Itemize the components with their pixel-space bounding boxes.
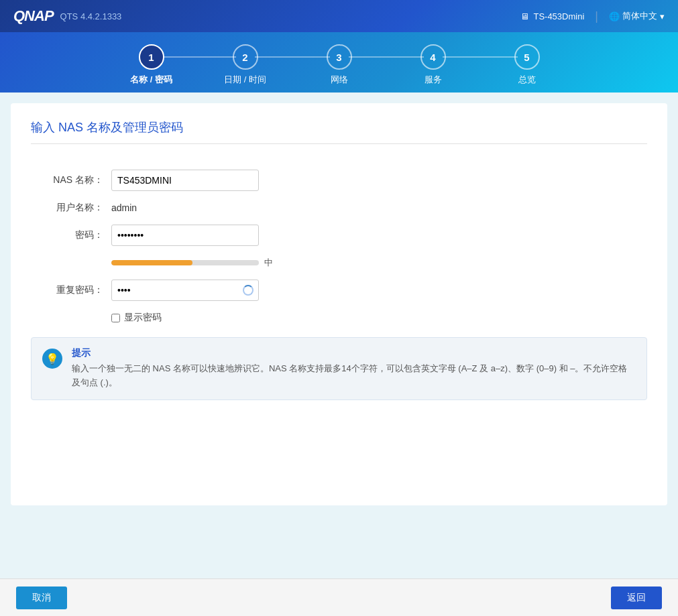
header: QNAP QTS 4.4.2.1333 🖥 TS-453Dmini | 🌐 简体… xyxy=(0,0,678,32)
step-1[interactable]: 1 名称 / 密码 xyxy=(105,44,199,86)
main-content: 输入 NAS 名称及管理员密码 NAS 名称： 用户名称： admin 密码： … xyxy=(11,103,667,505)
step-1-circle: 1 xyxy=(139,44,164,70)
step-2-circle: 2 xyxy=(233,44,258,70)
step-5-label: 总览 xyxy=(518,74,536,86)
step-5[interactable]: 5 总览 xyxy=(480,44,574,86)
username-label: 用户名称： xyxy=(31,202,111,214)
device-name-text: TS-453Dmini xyxy=(533,11,584,21)
step-1-label: 名称 / 密码 xyxy=(130,74,172,86)
cancel-button[interactable]: 取消 xyxy=(16,587,67,609)
qnap-logo: QNAP xyxy=(13,7,54,25)
step-3[interactable]: 3 网络 xyxy=(292,44,386,86)
qts-version: QTS 4.4.2.1333 xyxy=(60,11,122,21)
stepper-bar: 1 名称 / 密码 2 日期 / 时间 3 网络 4 服务 5 总览 xyxy=(0,32,678,93)
tip-title: 提示 xyxy=(72,347,636,359)
password-label: 密码： xyxy=(31,229,111,241)
username-value: admin xyxy=(111,202,137,213)
device-name: 🖥 TS-453Dmini xyxy=(520,11,584,21)
password-row: 密码： xyxy=(31,225,647,246)
step-4-circle: 4 xyxy=(420,44,446,70)
confirm-password-label: 重复密码： xyxy=(31,284,111,296)
chevron-down-icon: ▾ xyxy=(660,11,665,21)
globe-icon: 🌐 xyxy=(609,11,620,21)
language-selector[interactable]: 🌐 简体中文 ▾ xyxy=(609,10,665,22)
step-3-circle: 3 xyxy=(327,44,352,70)
nas-name-row: NAS 名称： xyxy=(31,170,647,191)
confirm-password-input[interactable] xyxy=(111,280,259,301)
password-input[interactable] xyxy=(111,225,259,246)
footer: 取消 返回 xyxy=(0,578,678,616)
nas-name-label: NAS 名称： xyxy=(31,174,111,186)
header-left: QNAP QTS 4.4.2.1333 xyxy=(13,7,121,25)
strength-bar-fill xyxy=(111,260,192,265)
device-icon: 🖥 xyxy=(520,11,529,21)
form-section: NAS 名称： 用户名称： admin 密码： 中 重复密码： xyxy=(31,163,647,400)
step-3-label: 网络 xyxy=(331,74,348,86)
tip-content: 提示 输入一个独一无二的 NAS 名称可以快速地辨识它。NAS 名称支持最多14… xyxy=(72,347,636,390)
footer-right: 返回 xyxy=(611,587,662,609)
strength-bar-container xyxy=(111,260,259,265)
tip-icon: 💡 xyxy=(42,349,62,369)
strength-label: 中 xyxy=(264,257,273,269)
password-strength-row: 中 xyxy=(111,257,647,269)
header-separator: | xyxy=(595,9,598,23)
confirm-password-row: 重复密码： xyxy=(31,280,647,301)
username-row: 用户名称： admin xyxy=(31,202,647,214)
show-password-label[interactable]: 显示密码 xyxy=(124,312,162,324)
tip-text: 输入一个独一无二的 NAS 名称可以快速地辨识它。NAS 名称支持最多14个字符… xyxy=(72,362,636,390)
loading-spinner-icon xyxy=(243,285,253,296)
confirm-input-wrapper xyxy=(111,280,259,301)
back-button[interactable]: 返回 xyxy=(611,587,662,609)
page-title: 输入 NAS 名称及管理员密码 xyxy=(31,119,647,144)
show-password-row: 显示密码 xyxy=(111,312,647,324)
nas-name-input[interactable] xyxy=(111,170,259,191)
step-4-label: 服务 xyxy=(425,74,442,86)
step-2-label: 日期 / 时间 xyxy=(224,74,266,86)
tip-box: 💡 提示 输入一个独一无二的 NAS 名称可以快速地辨识它。NAS 名称支持最多… xyxy=(31,337,647,400)
step-4[interactable]: 4 服务 xyxy=(386,44,480,86)
step-2[interactable]: 2 日期 / 时间 xyxy=(199,44,292,86)
language-label: 简体中文 xyxy=(622,10,657,22)
stepper: 1 名称 / 密码 2 日期 / 时间 3 网络 4 服务 5 总览 xyxy=(105,44,574,86)
step-5-circle: 5 xyxy=(514,44,540,70)
header-right: 🖥 TS-453Dmini | 🌐 简体中文 ▾ xyxy=(520,9,665,23)
show-password-checkbox[interactable] xyxy=(111,314,120,322)
